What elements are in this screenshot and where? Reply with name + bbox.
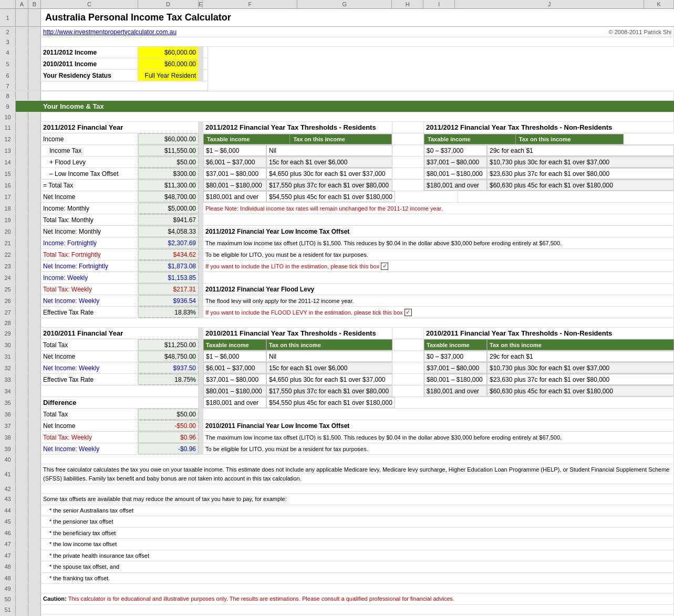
cell-45a [16, 516, 28, 527]
row-1: 1 Australia Personal Income Tax Calculat… [0, 9, 674, 27]
cell-51b [28, 605, 41, 614]
income-2011-input[interactable]: $60,000.00 [138, 47, 199, 58]
cell-41b [28, 464, 41, 484]
cell-26a [16, 295, 28, 306]
offset-4: * the low income tax offset [41, 539, 674, 550]
cell-23a [16, 260, 28, 272]
cell-23b [28, 260, 41, 272]
cell-19a [16, 214, 28, 225]
fortnightly-income-label-21: Income: Fortnightly [41, 237, 138, 248]
res-2010-row3-col2: $4,650 plus 30c for each $1 over $37,000 [266, 374, 392, 385]
cell-24b [28, 272, 41, 283]
diff-net-income-label-37: Net Income [41, 420, 138, 431]
row-45: 45 * the pensioner tax offset [0, 516, 674, 528]
fy2010-section-title: 2010/2011 Financial Year [41, 328, 199, 339]
row-3: 3 [0, 37, 674, 47]
cell-17h [395, 191, 458, 202]
cell-30e [199, 339, 203, 350]
cell-8b [28, 91, 41, 100]
cell-47b [28, 539, 41, 550]
rownum-31: 31 [0, 351, 16, 362]
rownum-26: 26 [0, 295, 16, 306]
res-table-row1-col1: $1 – $6,000 [203, 145, 266, 156]
lito-2011-desc2: To be eligible for LITO, you must be a r… [203, 249, 674, 260]
income-label-12: Income [41, 133, 138, 144]
cell-34e [199, 385, 203, 396]
cell-2c[interactable]: http://www.investmentpropertycalculator.… [41, 27, 304, 37]
diff-total-tax-value-36: $50.00 [138, 409, 199, 420]
cell-16e [199, 180, 203, 191]
res-table-row4-col2: $17,550 plus 37c for each $1 over $80,00… [266, 180, 392, 191]
rownum-22: 22 [0, 249, 16, 260]
row-4: 4 2011/2012 Income $60,000.00 [0, 47, 208, 58]
cell-21a [16, 237, 28, 248]
cell-11b [28, 122, 41, 133]
cell-49b [28, 584, 41, 593]
cell-17e [199, 191, 203, 202]
cell-24e [199, 272, 203, 283]
offset-1: * the senior Australians tax offset [41, 505, 674, 516]
rownum-18: 18 [0, 203, 16, 214]
cell-38a [16, 432, 28, 443]
row-35: 35 Difference $180,001 and over $54,550 … [0, 397, 674, 409]
row-31: 31 Net Income $48,750.00 $1 – $6,000 Nil… [0, 351, 674, 362]
rownum-34: 34 [0, 385, 16, 396]
lito-2011-title-20: 2011/2012 Financial Year Low Income Tax … [203, 226, 674, 237]
copyright-cell: © 2008-2011 Patrick Shi [304, 27, 674, 37]
cell-39e [199, 443, 203, 454]
row-2: 2 http://www.investmentpropertycalculato… [0, 27, 674, 37]
cell-12h [392, 133, 424, 144]
rownum-2: 2 [0, 27, 16, 37]
row-34: 34 $80,001 – $180,000 $17,550 plus 37c f… [0, 385, 674, 397]
rownum-7: 7 [0, 81, 16, 90]
thresholds-2010-res-title: 2010/2011 Financial Year Tax Thresholds … [203, 328, 392, 339]
res-2010-row4-col1: $80,001 – $180,000 [203, 385, 266, 396]
weekly-income-value-24: $1,153.85 [138, 272, 199, 283]
res-2010-row3-col1: $37,001 – $80,000 [203, 374, 266, 385]
cell-13b [28, 145, 41, 156]
lito-2011-checkbox[interactable]: ✓ [381, 263, 388, 270]
nonres-2010-row3-col2: $23,630 plus 37c for each $1 over $80,00… [487, 374, 674, 385]
diff-weekly-tax-value-38: $0.96 [138, 432, 199, 443]
website-link-1[interactable]: http://www.investmentpropertycalculator.… [43, 28, 177, 36]
row-44: 44 * the senior Australians tax offset [0, 505, 674, 517]
row-30: 30 Total Tax $11,250.00 Taxable income T… [0, 339, 674, 351]
res-table-row2-col2: 15c for each $1 over $6,000 [266, 156, 392, 168]
nonres-2010-row4-col1: $180,001 and over [424, 385, 487, 396]
cell-27b [28, 307, 41, 318]
cell-6b [28, 70, 41, 81]
cell-50b [28, 593, 41, 604]
cell-36a [16, 409, 28, 420]
cell-17j [458, 191, 674, 202]
rownum-42: 42 [0, 484, 16, 493]
flood-levy-2011-checkbox[interactable]: ✓ [405, 309, 412, 316]
cell-48a [16, 561, 28, 572]
cell-32e [199, 362, 203, 373]
row-27: 27 Effective Tax Rate 18.83% If you want… [0, 307, 674, 318]
cell-40b [28, 455, 41, 464]
cell-33e [199, 374, 203, 385]
rownum-9: 9 [0, 101, 16, 112]
res-2010-row1-col1: $1 – $6,000 [203, 351, 266, 362]
residency-input[interactable]: Full Year Resident [138, 70, 199, 81]
row-51: 51 [0, 605, 674, 614]
row-12: 12 Income $60,000.00 Taxable income Tax … [0, 133, 674, 145]
row-11: 11 2011/2012 Financial Year 2011/2012 Fi… [0, 122, 674, 133]
cell-47ba [16, 550, 28, 561]
cell-11a [16, 122, 28, 133]
cell-5fg [203, 58, 208, 69]
income-2010-input[interactable]: $60,000.00 [138, 58, 199, 69]
cell-5e [199, 58, 203, 69]
cell-24a [16, 272, 28, 283]
monthly-net-value-20: $4,058.33 [138, 226, 199, 237]
nonres-table-row4-col2: $60,630 plus 45c for each $1 over $180,0… [487, 180, 674, 191]
cell-9b [28, 101, 41, 112]
res-2010-row1-col2: Nil [266, 351, 392, 362]
cell-10b [28, 112, 41, 121]
etr-2010-value-33: 18.75% [138, 374, 199, 385]
row-20: 20 Net Income: Monthly $4,058.33 2011/20… [0, 226, 674, 237]
cell-22b [28, 249, 41, 260]
cell-18b [28, 203, 41, 214]
res-2010-table-col1-header: Taxable income [203, 339, 266, 350]
cell-34c [41, 385, 199, 396]
